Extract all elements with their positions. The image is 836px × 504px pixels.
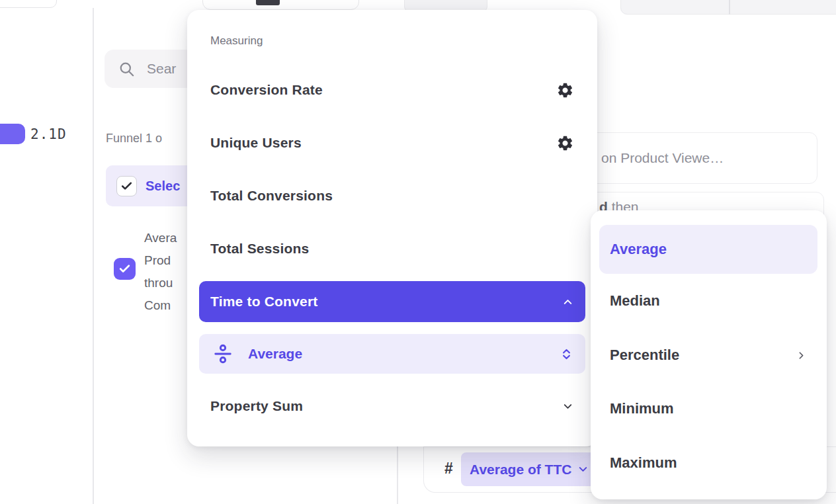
check-icon <box>118 263 131 275</box>
aggregation-menu: Average Median Percentile Minimum Maximu… <box>591 210 827 499</box>
funnel-step-label: Funnel 1 o <box>106 132 162 146</box>
chevron-down-icon <box>562 400 574 413</box>
top-right-tabs-divider <box>729 0 730 15</box>
agg-item-percentile[interactable]: Percentile <box>610 341 807 370</box>
chevron-right-icon <box>796 350 807 361</box>
metric-description: Avera Prod throu Com <box>144 227 177 317</box>
metric-description-line: Avera <box>144 227 177 249</box>
checkbox-checked[interactable] <box>116 176 137 196</box>
agg-item-average[interactable]: Average <box>599 225 817 274</box>
select-event-label: Selec <box>146 179 180 194</box>
search-placeholder: Sear <box>147 61 176 77</box>
gear-icon[interactable] <box>556 81 574 99</box>
funnel-bar-segment <box>0 124 25 144</box>
divide-icon <box>213 344 233 364</box>
funnel-bar-value: 2.1D <box>30 126 67 142</box>
menu-subitem-average[interactable]: Average <box>199 334 585 374</box>
app-canvas: 2.1D Sear Funnel 1 o Selec Avera Prod th… <box>0 0 836 504</box>
measuring-menu: Measuring Conversion Rate Unique Users T… <box>187 10 597 446</box>
top-left-card-corner <box>0 0 57 8</box>
check-icon <box>120 180 133 192</box>
menu-item-time-to-convert[interactable]: Time to Convert <box>199 281 585 322</box>
agg-item-maximum[interactable]: Maximum <box>610 448 807 478</box>
average-of-ttc-dropdown[interactable]: Average of TTC <box>461 452 599 486</box>
metric-description-line: throu <box>144 272 177 294</box>
metric-description-line: Com <box>144 294 177 317</box>
menu-item-unique-users[interactable]: Unique Users <box>210 128 574 157</box>
number-type-icon: # <box>444 460 453 478</box>
metric-description-line: Prod <box>144 249 177 272</box>
chevron-updown-icon <box>560 347 573 361</box>
event-step-text: on Product Viewe… <box>601 150 724 166</box>
metric-checkbox[interactable] <box>114 258 136 280</box>
menu-item-total-conversions[interactable]: Total Conversions <box>210 181 574 210</box>
panel-divider-2 <box>397 446 398 504</box>
gear-icon[interactable] <box>556 134 574 152</box>
menu-section-label: Measuring <box>210 34 263 48</box>
agg-item-minimum[interactable]: Minimum <box>610 394 807 423</box>
top-center-card <box>202 0 359 10</box>
agg-item-median[interactable]: Median <box>610 286 807 315</box>
search-icon <box>118 60 136 78</box>
top-right-tabs[interactable] <box>620 0 836 15</box>
chevron-down-icon <box>577 463 589 476</box>
chevron-up-icon <box>562 296 574 308</box>
panel-divider <box>93 8 94 504</box>
menu-item-conversion-rate[interactable]: Conversion Rate <box>210 75 574 105</box>
menu-item-property-sum[interactable]: Property Sum <box>210 392 574 421</box>
drag-handle <box>256 0 280 5</box>
menu-item-total-sessions[interactable]: Total Sessions <box>210 234 574 263</box>
